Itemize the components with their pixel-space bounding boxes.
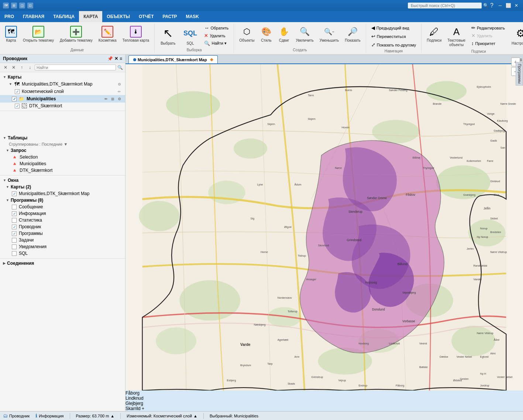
layer-cosmetic-edit-icon[interactable]: ✏: [116, 88, 122, 94]
restore-button[interactable]: ⬜: [505, 2, 512, 9]
layer-cosmetic[interactable]: ✓ Косметический слой ✏: [0, 88, 125, 95]
layer-municipalities-icon3[interactable]: ⚙: [116, 96, 122, 102]
menu-pro[interactable]: PRO: [0, 11, 18, 22]
map-tab-main[interactable]: Municipalities,DTK_Skærmkort Map ◆: [128, 55, 218, 63]
status-info-tab[interactable]: ℹ Информация: [35, 413, 63, 419]
program-explorer-checkbox[interactable]: ✓: [12, 225, 17, 229]
tables-section-header[interactable]: ▼ Таблицы: [0, 135, 125, 141]
program-notifications-checkbox[interactable]: [12, 244, 17, 249]
edit-label-button[interactable]: ✏ Редактировать: [469, 24, 507, 31]
app-icon-2[interactable]: ⊞: [11, 3, 17, 8]
menu-report[interactable]: ОТЧЁТ: [134, 11, 158, 22]
program-programs-checkbox[interactable]: ✓: [12, 231, 17, 236]
program-notifications[interactable]: Уведомления: [0, 243, 125, 250]
objects-button[interactable]: ⬡ Объекты: [237, 24, 257, 44]
program-programs[interactable]: ✓ Программы: [0, 230, 125, 237]
layer-municipalities-checkbox[interactable]: ✓: [12, 97, 17, 101]
program-info-checkbox[interactable]: ✓: [12, 211, 17, 216]
close-button[interactable]: ✕: [513, 2, 520, 9]
layer-dtk[interactable]: ✓ DTK_Skærmkort: [0, 103, 125, 109]
program-message[interactable]: Сообщение: [0, 204, 125, 210]
program-message-checkbox[interactable]: [12, 205, 17, 209]
menu-map[interactable]: КАРТА: [79, 11, 102, 22]
inscribe-labels-button[interactable]: 🖊 Подписи: [424, 24, 444, 44]
query-municipalities[interactable]: 🔺 Municipalities: [0, 160, 125, 167]
program-sql[interactable]: SQL: [0, 250, 125, 257]
program-stats[interactable]: Статистика: [0, 217, 125, 223]
status-editable-arrow[interactable]: ▲: [193, 414, 197, 418]
zoom-out-button[interactable]: 🔍− Уменьшить: [317, 24, 341, 44]
show-button[interactable]: 🔎 Показать: [343, 24, 363, 44]
settings-button[interactable]: ⚙ Настройки: [509, 24, 523, 47]
menu-mask[interactable]: MASK: [182, 11, 203, 22]
text-objects-button[interactable]: A Текстовыеобъекты: [445, 24, 468, 49]
program-stats-checkbox[interactable]: [12, 218, 17, 223]
menu-objects[interactable]: ОБЪЕКТЫ: [102, 11, 134, 22]
layer-municipalities-icon2[interactable]: ⊞: [110, 96, 116, 102]
programs-side-tab-label[interactable]: Программы: [516, 62, 523, 86]
windows-map-item[interactable]: ✓ Municipalities,DTK_Skærmkort Map: [0, 190, 125, 197]
tables-group-label[interactable]: Сгруппированы : Последние ▼: [0, 141, 125, 147]
prev-view-button[interactable]: ◀ Предыдущий вид: [369, 24, 419, 31]
select-button[interactable]: ↖ Выбрать: [158, 24, 178, 47]
move-up-button[interactable]: ↑: [18, 64, 25, 71]
remove-item-button[interactable]: ✕: [10, 64, 17, 71]
connections-header[interactable]: ▶ Соединения: [0, 260, 125, 267]
menu-raster[interactable]: РАСТР: [158, 11, 181, 22]
add-item-button[interactable]: ✕: [2, 64, 9, 71]
quick-search-input[interactable]: [408, 3, 482, 8]
program-explorer[interactable]: ✓ Проводник: [0, 223, 125, 230]
program-info[interactable]: ✓ Информация: [0, 210, 125, 217]
cosmetics-button[interactable]: ✏️ Косметика: [96, 24, 119, 44]
open-thematic-button[interactable]: 📂 Открыть тематику: [21, 24, 56, 44]
status-explorer-tab[interactable]: 🗂 Проводник: [3, 413, 30, 419]
query-section-header[interactable]: ▼ Запрос: [0, 147, 125, 154]
maps-section-header[interactable]: ▼ Карты: [0, 74, 125, 80]
add-thematic-button[interactable]: ➕ Добавить тематику: [58, 24, 95, 44]
query-dtk[interactable]: 🔺 DTK_Skærmkort: [0, 167, 125, 174]
move-down-button[interactable]: ↓: [27, 64, 33, 71]
menu-table[interactable]: ТАБЛИЦА: [49, 11, 79, 22]
map-container[interactable]: Varde Grindsted Billund Hejnsvig Stender…: [125, 64, 523, 391]
program-tasks[interactable]: Задачи: [0, 237, 125, 243]
style-button[interactable]: 🎨 Стиль: [258, 24, 275, 44]
menu-home[interactable]: ГЛАВНАЯ: [18, 11, 49, 22]
app-icon-1[interactable]: 🗺: [3, 3, 9, 8]
sidebar-search-icon[interactable]: 🔍: [117, 65, 123, 70]
query-selection[interactable]: 🔺 Selection: [0, 154, 125, 160]
program-tasks-checkbox[interactable]: [12, 238, 17, 243]
sidebar-search-input[interactable]: [35, 65, 116, 70]
app-icon-3[interactable]: ◫: [19, 3, 25, 8]
programs-section-header[interactable]: ▼ Программы (8): [0, 197, 125, 204]
windows-section-header[interactable]: ▼ Окна: [0, 177, 125, 184]
heatmap-button[interactable]: 🌡 Тепловая карта: [120, 24, 152, 44]
search-icon[interactable]: 🔍: [483, 3, 489, 8]
layer-dtk-checkbox[interactable]: ✓: [15, 104, 20, 108]
find-button[interactable]: 🔍 Найти ▾: [202, 40, 231, 47]
windows-map-checkbox[interactable]: ✓: [12, 191, 17, 196]
sidebar-close-icon[interactable]: ✕: [114, 56, 118, 61]
sidebar-pin-icon[interactable]: 📌: [107, 56, 113, 61]
layer-municipalities-edit-icon[interactable]: ✏: [103, 96, 109, 102]
program-sql-checkbox[interactable]: [12, 251, 17, 256]
layer-cosmetic-checkbox[interactable]: ✓: [15, 89, 20, 94]
priority-button[interactable]: ↕ Приоритет: [469, 40, 507, 47]
zoom-in-button[interactable]: 🔍 Увеличить: [294, 24, 316, 44]
map-settings-icon[interactable]: ⚙: [116, 81, 122, 87]
status-size-arrow[interactable]: ▲: [110, 414, 114, 418]
shift-button[interactable]: ✋ Сдвиг: [276, 24, 292, 44]
delete-selection-button[interactable]: ✕ Удалить: [202, 32, 231, 39]
map-button[interactable]: 🗺 Карта: [3, 24, 19, 44]
move-button[interactable]: ↩ Переместиться: [369, 33, 419, 40]
sql-button[interactable]: SQL SQL: [180, 24, 200, 47]
minimize-button[interactable]: ─: [496, 2, 504, 9]
invert-selection-button[interactable]: ↔ Обратить: [202, 24, 231, 31]
help-icon[interactable]: ?: [490, 2, 493, 9]
sidebar-menu-icon[interactable]: ≡: [120, 56, 122, 61]
windows-maps-header[interactable]: ▼ Карты (2): [0, 184, 125, 190]
app-icon-4[interactable]: ⊡: [27, 3, 33, 8]
delete-label-button[interactable]: ✕ Удалить: [469, 32, 507, 39]
map-item[interactable]: ▼ 🗺 Municipalities,DTK_Skærmkort Map ⚙: [0, 80, 125, 88]
show-diff-button[interactable]: ⤢ Показать по-другому: [369, 41, 419, 48]
layer-municipalities[interactable]: ✓ 📁 Municipalities ✏ ⊞ ⚙: [0, 95, 125, 103]
